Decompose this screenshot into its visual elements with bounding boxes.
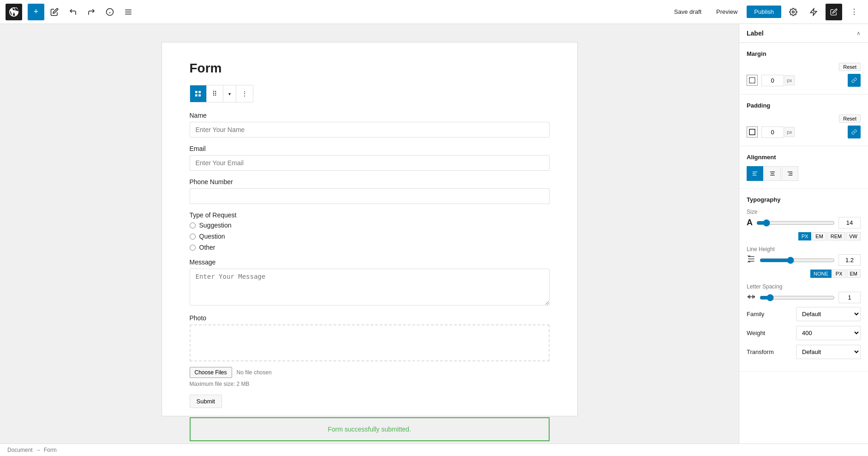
radio-suggestion[interactable]: Suggestion <box>190 222 550 229</box>
editor-area: Form ⠿ ▾ ⋮ Name Email Ph <box>0 24 739 444</box>
lh-unit-none[interactable]: NONE <box>810 270 832 278</box>
sidebar-header: Label ∧ <box>739 24 868 43</box>
line-height-icon <box>747 254 756 266</box>
editor-content: Form ⠿ ▾ ⋮ Name Email Ph <box>162 42 577 416</box>
size-unit-vw[interactable]: VW <box>846 232 861 240</box>
padding-value-input[interactable] <box>761 126 784 138</box>
type-request-label: Type of Request <box>190 211 550 219</box>
size-label: Size <box>747 209 861 215</box>
size-slider[interactable] <box>756 219 835 227</box>
letter-spacing-input[interactable] <box>838 292 861 303</box>
email-input[interactable] <box>190 155 550 171</box>
margin-input-group: px <box>761 75 795 86</box>
form-title: Form <box>190 61 550 76</box>
size-unit-px[interactable]: PX <box>798 232 812 240</box>
add-block-button[interactable]: + <box>28 4 44 20</box>
file-upload-area <box>190 324 550 361</box>
list-button[interactable] <box>120 4 137 20</box>
margin-value-input[interactable] <box>761 75 784 86</box>
submit-button[interactable]: Submit <box>190 395 222 408</box>
padding-link-button[interactable] <box>848 126 861 138</box>
redo-button[interactable] <box>83 4 100 20</box>
edit-icon-button[interactable] <box>826 4 842 20</box>
save-draft-button[interactable]: Save draft <box>669 6 707 18</box>
svg-rect-12 <box>749 78 755 83</box>
svg-marker-7 <box>810 8 817 15</box>
family-select[interactable]: Default <box>796 307 861 321</box>
radio-suggestion-input[interactable] <box>190 222 196 228</box>
size-unit-buttons: PX EM REM VW <box>747 232 861 240</box>
right-sidebar: Label ∧ Margin Reset px <box>739 24 868 444</box>
letter-spacing-slider[interactable] <box>760 294 835 301</box>
alignment-section: Alignment <box>739 146 868 189</box>
type-request-group: Type of Request Suggestion Question Othe… <box>190 211 550 251</box>
size-input[interactable] <box>838 217 861 228</box>
photo-label: Photo <box>190 314 550 322</box>
svg-rect-10 <box>195 94 198 96</box>
align-left-button[interactable] <box>747 166 763 181</box>
message-textarea[interactable] <box>190 269 550 306</box>
transform-select[interactable]: Default <box>796 345 861 359</box>
margin-title: Margin <box>747 50 861 57</box>
margin-link-button[interactable] <box>848 74 861 87</box>
padding-unit: px <box>784 127 795 137</box>
margin-section: Margin Reset px <box>739 43 868 95</box>
weight-select[interactable]: 400 <box>796 326 861 340</box>
radio-other-label: Other <box>199 244 216 251</box>
choose-files-button[interactable]: Choose Files <box>190 367 232 378</box>
letter-spacing-label: Letter Spacing <box>747 283 861 290</box>
more-options-button[interactable]: ⋮ <box>846 4 862 20</box>
weight-row: Weight 400 <box>747 326 861 340</box>
padding-title: Padding <box>747 102 861 109</box>
chevron-button[interactable]: ▾ <box>223 85 236 102</box>
size-unit-rem[interactable]: REM <box>827 232 845 240</box>
undo-button[interactable] <box>65 4 81 20</box>
breadcrumb-bar: Document → Form <box>0 444 868 456</box>
radio-other-input[interactable] <box>190 245 196 251</box>
size-unit-em[interactable]: EM <box>812 232 826 240</box>
no-file-label: No file chosen <box>237 369 272 376</box>
padding-control: px <box>747 126 861 138</box>
publish-button[interactable]: Publish <box>747 6 781 18</box>
photo-field-group: Photo Choose Files No file chosen Maximu… <box>190 314 550 387</box>
line-height-slider[interactable] <box>760 257 835 264</box>
sidebar-collapse-button[interactable]: ∧ <box>856 30 861 36</box>
form-success-message: Form successfully submitted. <box>190 417 550 441</box>
breadcrumb-separator: → <box>36 447 41 453</box>
topbar-right: Save draft Preview Publish ⋮ <box>669 4 862 20</box>
wp-logo <box>6 4 22 20</box>
line-height-input[interactable] <box>838 254 861 266</box>
drag-handle[interactable]: ⠿ <box>207 85 223 102</box>
edit-mode-button[interactable] <box>46 4 63 20</box>
radio-other[interactable]: Other <box>190 244 550 251</box>
breadcrumb-form[interactable]: Form <box>44 447 57 453</box>
more-block-options[interactable]: ⋮ <box>236 85 253 102</box>
margin-reset-button[interactable]: Reset <box>839 63 861 71</box>
phone-input[interactable] <box>190 188 550 204</box>
letter-spacing-icon <box>747 292 756 303</box>
align-center-button[interactable] <box>764 166 781 181</box>
radio-question-input[interactable] <box>190 234 196 240</box>
block-type-button[interactable] <box>190 85 207 102</box>
breadcrumb-document[interactable]: Document <box>7 447 33 453</box>
weight-label: Weight <box>747 330 765 336</box>
settings-button[interactable] <box>785 4 802 20</box>
phone-label: Phone Number <box>190 178 550 186</box>
margin-box-icon <box>747 75 758 86</box>
lh-unit-px[interactable]: PX <box>832 270 846 278</box>
padding-reset-button[interactable]: Reset <box>839 114 861 123</box>
info-button[interactable] <box>102 4 118 20</box>
lightning-button[interactable] <box>805 4 822 20</box>
size-row: A <box>747 217 861 228</box>
radio-question[interactable]: Question <box>190 233 550 240</box>
padding-input-group: px <box>761 126 795 138</box>
name-input[interactable] <box>190 122 550 138</box>
svg-rect-9 <box>198 91 201 93</box>
preview-button[interactable]: Preview <box>711 6 743 18</box>
lh-unit-em[interactable]: EM <box>847 270 861 278</box>
phone-field-group: Phone Number <box>190 178 550 204</box>
email-label: Email <box>190 145 550 152</box>
padding-box-icon <box>747 126 758 138</box>
success-text: Form successfully submitted. <box>328 426 411 433</box>
align-right-button[interactable] <box>782 166 798 181</box>
